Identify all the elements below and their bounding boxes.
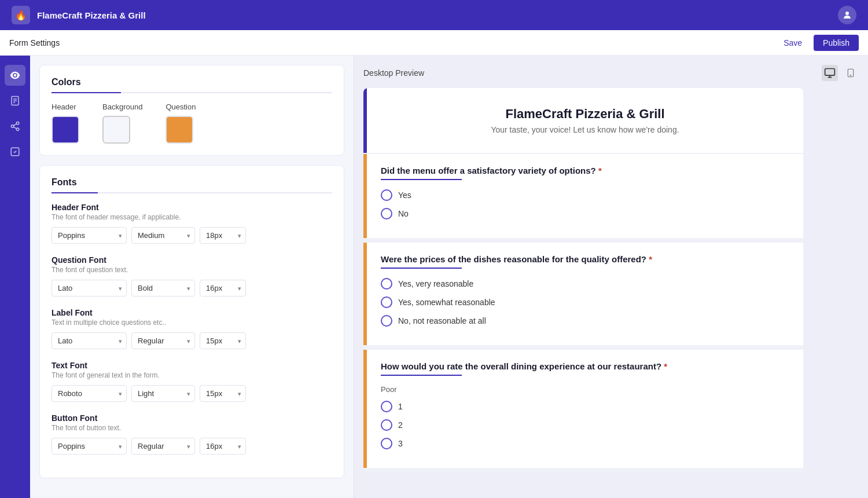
question-font-size-select[interactable]: 12px14px16px18px20px — [200, 280, 246, 296]
question-font-size-wrapper: 12px14px16px18px20px — [200, 280, 246, 296]
logo-icon: 🔥 — [12, 6, 30, 24]
option-item: No, not reasonable at all — [381, 315, 789, 327]
save-button[interactable]: Save — [779, 36, 807, 50]
colors-divider — [52, 92, 332, 93]
required-marker-2: * — [649, 254, 652, 264]
question-text-1: Did the menu offer a satisfactory variet… — [381, 166, 789, 175]
option-label-q3-1: 1 — [398, 402, 403, 411]
button-font-group: Button Font The font of button text. Pop… — [52, 413, 332, 455]
user-avatar-icon[interactable] — [838, 6, 856, 24]
label-font-family-select[interactable]: PoppinsRobotoLatoOpen Sans — [52, 332, 127, 349]
button-font-desc: The font of button text. — [52, 424, 332, 432]
header-font-title: Header Font — [52, 203, 332, 212]
radio-q2-opt1[interactable] — [381, 278, 392, 290]
header-font-weight-wrapper: LightRegularMediumBold — [131, 227, 195, 244]
text-font-weight-select[interactable]: LightRegularMediumBold — [131, 385, 195, 402]
option-label-q3-3: 3 — [398, 439, 403, 448]
settings-panel: Colors Header Background Question Fonts — [30, 56, 354, 498]
header-color-swatch[interactable] — [52, 116, 79, 144]
button-font-weight-select[interactable]: LightRegularMediumBold — [131, 438, 195, 455]
option-label-q3-2: 2 — [398, 420, 403, 430]
button-font-size-select[interactable]: 12px14px16px18px20px — [200, 438, 246, 455]
survey-container: FlameCraft Pizzeria & Grill Your taste, … — [363, 88, 803, 473]
question-font-group: Question Font The font of question text.… — [52, 255, 332, 296]
sidebar-icons — [0, 56, 30, 498]
radio-option-yes[interactable] — [381, 189, 392, 201]
option-item: No — [381, 208, 789, 219]
sub-header: Form Settings Save Publish — [0, 30, 868, 56]
question-font-family-select[interactable]: PoppinsRobotoLatoOpen Sans — [52, 280, 127, 296]
svg-line-9 — [13, 124, 16, 126]
option-item: Yes, somewhat reasonable — [381, 296, 789, 308]
option-label-yes: Yes — [398, 191, 411, 200]
sidebar-item-responses[interactable] — [5, 141, 25, 162]
required-marker-3: * — [664, 361, 667, 371]
button-font-weight-wrapper: LightRegularMediumBold — [131, 438, 195, 455]
header-font-size-wrapper: 12px14px16px18px20px — [200, 227, 246, 244]
text-font-title: Text Font — [52, 361, 332, 370]
text-font-size-wrapper: 12px14px15px16px18px — [200, 385, 246, 402]
question-font-weight-select[interactable]: LightRegularMediumBold — [131, 280, 195, 296]
question-font-desc: The font of question text. — [52, 266, 332, 274]
radio-option-no[interactable] — [381, 208, 392, 219]
radio-q2-opt2[interactable] — [381, 296, 392, 308]
button-font-family-select[interactable]: PoppinsRobotoLatoOpen Sans — [52, 438, 127, 455]
text-font-controls: PoppinsRobotoLatoOpen Sans LightRegularM… — [52, 385, 332, 402]
header-font-weight-select[interactable]: LightRegularMediumBold — [131, 227, 195, 244]
survey-subtitle: Your taste, your voice! Let us know how … — [381, 125, 789, 134]
button-font-title: Button Font — [52, 413, 332, 423]
publish-button[interactable]: Publish — [814, 35, 859, 51]
survey-name: FlameCraft Pizzeria & Grill — [381, 107, 789, 122]
svg-point-15 — [850, 75, 851, 75]
header-font-family-select[interactable]: PoppinsRobotoLatoOpen Sans — [52, 227, 127, 244]
radio-q2-opt3[interactable] — [381, 315, 392, 327]
fonts-card: Fonts Header Font The font of header mes… — [39, 165, 344, 478]
question-color-swatch[interactable] — [165, 116, 193, 144]
app-title: FlameCraft Pizzeria & Grill — [37, 10, 838, 20]
header-font-size-select[interactable]: 12px14px16px18px20px — [200, 227, 246, 244]
radio-q3-opt1[interactable] — [381, 401, 392, 412]
survey-header-card: FlameCraft Pizzeria & Grill Your taste, … — [363, 88, 803, 153]
text-font-family-select[interactable]: PoppinsRobotoLatoOpen Sans — [52, 385, 127, 402]
top-navigation: 🔥 FlameCraft Pizzeria & Grill — [0, 0, 868, 30]
question-card-1: Did the menu offer a satisfactory variet… — [363, 154, 803, 238]
header-actions: Save Publish — [779, 35, 859, 51]
mobile-view-icon[interactable] — [843, 65, 859, 81]
option-item: Yes — [381, 189, 789, 201]
sidebar-item-documents[interactable] — [5, 90, 25, 111]
form-settings-title: Form Settings — [9, 38, 60, 47]
label-font-size-select[interactable]: 12px14px15px16px18px — [200, 332, 246, 349]
fonts-divider — [52, 192, 332, 193]
text-font-size-select[interactable]: 12px14px15px16px18px — [200, 385, 246, 402]
button-font-family-wrapper: PoppinsRobotoLatoOpen Sans — [52, 438, 127, 455]
sidebar-item-settings[interactable] — [5, 65, 25, 86]
question-card-3: How would you rate the overall dining ex… — [363, 350, 803, 468]
label-font-group: Label Font Text in multiple choice quest… — [52, 308, 332, 349]
option-label-q2-2: Yes, somewhat reasonable — [398, 298, 495, 307]
option-item: 1 — [381, 401, 789, 412]
radio-q3-opt3[interactable] — [381, 438, 392, 449]
label-font-family-wrapper: PoppinsRobotoLatoOpen Sans — [52, 332, 127, 349]
rating-label: Poor — [381, 385, 789, 394]
header-color-item: Header — [52, 102, 79, 144]
main-layout: Colors Header Background Question Fonts — [0, 56, 868, 498]
question-font-controls: PoppinsRobotoLatoOpen Sans LightRegularM… — [52, 280, 332, 296]
text-font-desc: The font of general text in the form. — [52, 371, 332, 379]
desktop-view-icon[interactable] — [822, 65, 838, 81]
svg-point-0 — [845, 12, 849, 15]
svg-line-8 — [13, 127, 16, 129]
label-font-size-wrapper: 12px14px15px16px18px — [200, 332, 246, 349]
question-divider-3 — [381, 375, 462, 376]
radio-q3-opt2[interactable] — [381, 419, 392, 431]
color-row: Header Background Question — [52, 102, 332, 144]
option-label-q2-1: Yes, very reasonable — [398, 279, 473, 288]
question-font-weight-wrapper: LightRegularMediumBold — [131, 280, 195, 296]
option-label-q2-3: No, not reasonable at all — [398, 316, 486, 325]
text-font-group: Text Font The font of general text in th… — [52, 361, 332, 402]
preview-device-icons — [822, 65, 859, 81]
header-font-family-wrapper: PoppinsRobotoLatoOpen Sans — [52, 227, 127, 244]
background-color-swatch[interactable] — [102, 116, 130, 144]
header-font-desc: The font of header message, if applicabl… — [52, 213, 332, 221]
label-font-weight-select[interactable]: LightRegularMediumBold — [131, 332, 195, 349]
sidebar-item-share[interactable] — [5, 116, 25, 137]
